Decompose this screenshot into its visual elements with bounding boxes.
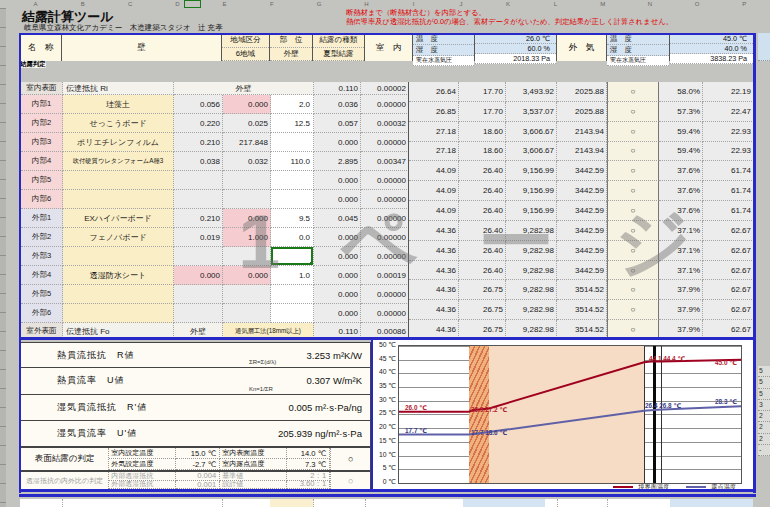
- cell[interactable]: 外部1: [21, 209, 63, 228]
- cell[interactable]: 室内表面: [21, 82, 63, 95]
- cell[interactable]: 37.9%: [659, 280, 703, 300]
- cell[interactable]: 0.110: [314, 323, 361, 340]
- indoor-rh-value[interactable]: 60.0 %: [475, 44, 556, 54]
- cell[interactable]: 3514.52: [557, 320, 607, 340]
- outdoor-rh-label[interactable]: 湿 度: [607, 45, 669, 56]
- table-row[interactable]: 外部1EXハイパーボード0.2100.0009.50.0450.00000: [21, 209, 409, 228]
- wall-header[interactable]: 壁: [62, 34, 222, 61]
- outdoor-temp-value[interactable]: 45.0 ℃: [670, 34, 753, 44]
- outdoor-condition-values[interactable]: 45.0 ℃ 40.0 % 3838.23 Pa: [670, 34, 753, 61]
- table-row[interactable]: 44.0926.409,156.993442.59○37.6%61.74: [409, 161, 754, 181]
- table-row[interactable]: 内部60.0000.00000: [21, 190, 409, 209]
- cell[interactable]: 61.74: [703, 161, 754, 181]
- cell[interactable]: 0.00000: [361, 209, 409, 228]
- cell[interactable]: 0.000: [223, 266, 271, 285]
- cell[interactable]: 0.220: [174, 114, 223, 133]
- cell[interactable]: [63, 304, 174, 323]
- cell[interactable]: 37.9%: [659, 300, 703, 320]
- cell[interactable]: 外部6: [21, 304, 63, 323]
- cell[interactable]: ○: [607, 122, 659, 142]
- cell[interactable]: 9,282.98: [506, 241, 557, 261]
- condensation-type-block[interactable]: 結露の種類 夏型結露: [313, 34, 365, 61]
- cell[interactable]: 0.019: [174, 228, 223, 247]
- outdoor-rh-value[interactable]: 40.0 %: [670, 44, 753, 54]
- table-row[interactable]: 44.3626.409,282.983442.59○37.1%62.67: [409, 221, 754, 241]
- indoor-condition-values[interactable]: 26.0 ℃ 60.0 % 2018.33 Pa: [475, 34, 557, 61]
- cell[interactable]: 57.3%: [659, 102, 703, 122]
- cell[interactable]: 伝達抵抗 Fo: [63, 323, 174, 340]
- outdoor-header[interactable]: 外 気: [557, 34, 607, 61]
- table-row[interactable]: 内部3ポリエチレンフィルム0.210217.8480.0000.00000: [21, 133, 409, 152]
- cell[interactable]: 3442.59: [557, 261, 607, 281]
- cell[interactable]: 9,156.99: [506, 201, 557, 221]
- material-layers-table[interactable]: 室内表面伝達抵抗 Ri外壁0.1100.00002内部1珪藻土0.0560.00…: [20, 82, 409, 340]
- name-header[interactable]: 名 称: [20, 34, 62, 61]
- cell[interactable]: ポリエチレンフィルム: [63, 133, 174, 152]
- cell[interactable]: 2143.94: [557, 122, 607, 142]
- cell[interactable]: EXハイパーボード: [63, 209, 174, 228]
- table-row[interactable]: 44.0926.409,156.993442.59○37.6%61.74: [409, 181, 754, 201]
- table-row[interactable]: 室内表面伝達抵抗 Ri外壁0.1100.00002: [21, 82, 409, 95]
- cell[interactable]: 44.36: [409, 241, 459, 261]
- cell[interactable]: 3,606.67: [506, 142, 557, 162]
- cell[interactable]: 珪藻土: [63, 95, 174, 114]
- cell[interactable]: 0.110: [314, 82, 361, 95]
- cell[interactable]: 0.057: [314, 114, 361, 133]
- type-label[interactable]: 結露の種類: [313, 34, 364, 48]
- cell[interactable]: 0.00000: [361, 247, 409, 266]
- cell[interactable]: 3442.59: [557, 241, 607, 261]
- part-value[interactable]: 外壁: [270, 48, 312, 62]
- cell[interactable]: 44.36: [409, 280, 459, 300]
- table-row[interactable]: 内部1珪藻土0.0560.0002.00.0360.00000: [21, 95, 409, 114]
- cell[interactable]: 3442.59: [557, 161, 607, 181]
- cell[interactable]: 外部3: [21, 247, 63, 266]
- part-label[interactable]: 部 位: [270, 34, 312, 48]
- cell[interactable]: 3,537.07: [506, 102, 557, 122]
- cell[interactable]: ○: [607, 221, 659, 241]
- cell[interactable]: 27.18: [409, 142, 459, 162]
- table-row[interactable]: 44.3626.409,282.983442.59○37.1%62.67: [409, 261, 754, 281]
- cell[interactable]: ○: [607, 82, 659, 102]
- cell[interactable]: 2143.94: [557, 142, 607, 162]
- cell[interactable]: ○: [607, 181, 659, 201]
- table-top-band[interactable]: 名 称 壁 地域区分 6地域 部 位 外壁 結露の種類 夏型結露 室 内 温 度…: [20, 33, 753, 61]
- cell[interactable]: 37.1%: [659, 241, 703, 261]
- cell[interactable]: 外壁: [174, 82, 314, 95]
- cell[interactable]: 0.025: [223, 114, 271, 133]
- indoor-set-temp-value[interactable]: 15.0 ℃: [176, 448, 220, 459]
- cell[interactable]: ○: [607, 300, 659, 320]
- cell[interactable]: 外部2: [21, 228, 63, 247]
- cell[interactable]: 37.6%: [659, 201, 703, 221]
- cell[interactable]: 0.000: [314, 285, 361, 304]
- cell[interactable]: 9.5: [271, 209, 314, 228]
- cell[interactable]: 0.00000: [361, 171, 409, 190]
- cell[interactable]: 9,156.99: [506, 161, 557, 181]
- cell[interactable]: 18.60: [459, 142, 506, 162]
- cell[interactable]: 44.36: [409, 221, 459, 241]
- cell[interactable]: 0.032: [223, 152, 271, 171]
- cell[interactable]: 61.74: [703, 181, 754, 201]
- cell[interactable]: 61.74: [703, 201, 754, 221]
- cell[interactable]: [223, 190, 271, 209]
- cell[interactable]: 22.93: [703, 142, 754, 162]
- cell[interactable]: 62.67: [703, 221, 754, 241]
- cell[interactable]: 2025.88: [557, 82, 607, 102]
- cell[interactable]: [174, 285, 223, 304]
- cell[interactable]: 3,493.92: [506, 82, 557, 102]
- table-row[interactable]: 内部2せっこうボード0.2200.02512.50.0570.00032: [21, 114, 409, 133]
- page-subtitle[interactable]: 岐阜県立森林文化アカデミー 木造建築スタジオ 辻 充孝: [24, 23, 223, 33]
- cell[interactable]: 外壁: [174, 323, 223, 340]
- cell[interactable]: 0.000: [314, 190, 361, 209]
- cell[interactable]: 37.9%: [659, 320, 703, 340]
- cell[interactable]: 2.895: [314, 152, 361, 171]
- table-row[interactable]: 44.3626.759,282.983514.52○37.9%62.67: [409, 320, 754, 340]
- cell[interactable]: 59.4%: [659, 122, 703, 142]
- outdoor-condition-labels[interactable]: 温 度 湿 度 実在水蒸気圧: [607, 34, 670, 61]
- cell[interactable]: 通気層工法(18mm以上): [223, 323, 314, 340]
- cell[interactable]: 0.056: [174, 95, 223, 114]
- indoor-condition-labels[interactable]: 温 度 湿 度 実在水蒸気圧: [413, 34, 475, 61]
- cell[interactable]: 0.000: [174, 266, 223, 285]
- table-row[interactable]: 外部50.0000.00000: [21, 285, 409, 304]
- cell[interactable]: 62.67: [703, 241, 754, 261]
- indoor-rh-label[interactable]: 湿 度: [413, 45, 474, 56]
